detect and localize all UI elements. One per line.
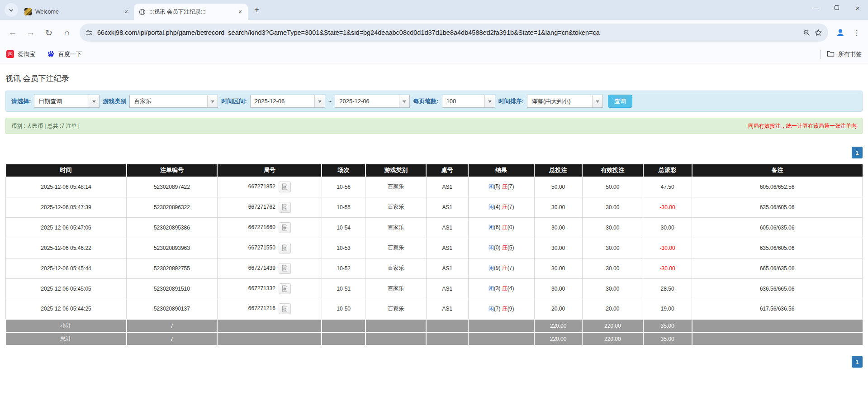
dropdown-arrow-icon[interactable]	[314, 95, 325, 107]
page-title: 视讯 会员下注纪录	[5, 63, 863, 91]
cell-payout: 28.50	[643, 278, 692, 299]
dropdown-arrow-icon[interactable]	[592, 95, 602, 107]
cell-bet-no: 523020895386	[127, 217, 218, 238]
maximize-button[interactable]	[826, 0, 847, 15]
cell-bet-no: 523020893963	[127, 238, 218, 258]
pagination-top: 1	[5, 147, 863, 158]
date-range-label: 时间区间:	[221, 97, 247, 105]
cell-total-bet[interactable]: 50.00	[534, 177, 582, 197]
url-text: 66cxkj98.com/ipl/portal.php/game/betreco…	[97, 29, 799, 36]
cell-round-no: 667271332	[217, 278, 322, 299]
player-score: (5)	[494, 183, 501, 190]
cell-table-no: AS1	[426, 258, 468, 278]
close-button[interactable]: ×	[847, 0, 868, 15]
game-type-select[interactable]: 百家乐	[129, 95, 218, 108]
grand-total-row: 总计 7 220.00 220.00 35.00	[6, 332, 863, 345]
table-row: 2025-12-06 05:45:44 523020892755 6672714…	[6, 258, 863, 278]
video-replay-button[interactable]	[279, 303, 291, 314]
query-type-select[interactable]: 日期查询	[34, 95, 100, 108]
reload-button[interactable]: ↻	[41, 24, 57, 41]
tab-betrecord[interactable]: :::视讯 会员下注纪录::: ×	[134, 4, 248, 20]
bookmark-taobao[interactable]: 淘 爱淘宝	[6, 50, 35, 58]
date-from-value: 2025-12-06	[251, 95, 314, 107]
url-bar[interactable]: 66cxkj98.com/ipl/portal.php/game/betreco…	[80, 24, 828, 42]
cell-time: 2025-12-06 05:45:05	[6, 278, 127, 299]
cell-total-bet[interactable]: 30.00	[534, 278, 582, 299]
window-controls: ×	[806, 0, 868, 15]
all-bookmarks-button[interactable]: 所有书签	[827, 50, 862, 58]
zoom-icon[interactable]	[803, 29, 810, 36]
footer-empty-cell	[322, 332, 365, 345]
video-replay-button[interactable]	[279, 182, 291, 192]
date-to-select[interactable]: 2025-12-06	[335, 95, 410, 108]
cell-remark: 665.06/635.06	[692, 258, 863, 278]
forward-button[interactable]: →	[23, 24, 39, 41]
per-page-select[interactable]: 100	[442, 95, 495, 108]
cell-total-bet[interactable]: 30.00	[534, 258, 582, 278]
footer-empty-cell	[217, 319, 322, 332]
bookmark-baidu[interactable]: 百度一下	[47, 50, 82, 59]
header-session: 场次	[322, 164, 365, 177]
cell-bet-no: 523020890137	[127, 299, 218, 319]
banker-score: (4)	[508, 285, 514, 292]
round-no: 667271332	[248, 285, 275, 292]
header-valid-bet: 有效投注	[582, 164, 643, 177]
video-replay-button[interactable]	[279, 263, 291, 274]
banker-result: 庄	[502, 285, 508, 292]
cell-payout: 47.50	[643, 177, 692, 197]
tab-welcome[interactable]: Welcome ×	[20, 4, 134, 20]
cell-round-no: 667271550	[217, 238, 322, 258]
cell-payout: -30.00	[643, 258, 692, 278]
back-button[interactable]: ←	[5, 24, 21, 41]
video-replay-button[interactable]	[279, 243, 291, 254]
cell-total-bet[interactable]: 30.00	[534, 217, 582, 238]
cell-remark: 636.56/665.06	[692, 278, 863, 299]
cell-table-no: AS1	[426, 217, 468, 238]
search-button[interactable]: 查询	[608, 95, 632, 108]
browser-menu-icon[interactable]: ⋮	[850, 25, 863, 40]
dropdown-arrow-icon[interactable]	[207, 95, 218, 107]
sort-order-select[interactable]: 降冪(由大到小)	[527, 95, 603, 108]
page-content: 视讯 会员下注纪录 请选择: 日期查询 游戏类别 百家乐 时间区间: 2025-…	[0, 63, 868, 368]
tab-title: Welcome	[35, 9, 119, 15]
page-1-button[interactable]: 1	[852, 147, 863, 158]
banker-result: 庄	[502, 265, 508, 271]
cell-table-no: AS1	[426, 299, 468, 319]
video-replay-button[interactable]	[279, 222, 291, 233]
cell-time: 2025-12-06 05:45:44	[6, 258, 127, 278]
dropdown-arrow-icon[interactable]	[484, 95, 495, 107]
header-time: 时间	[6, 164, 127, 177]
dropdown-arrow-icon[interactable]	[89, 95, 99, 107]
bookmark-star-icon[interactable]	[815, 29, 822, 36]
cell-total-bet[interactable]: 20.00	[534, 299, 582, 319]
browser-toolbar: ← → ↻ ⌂ 66cxkj98.com/ipl/portal.php/game…	[0, 20, 868, 45]
cell-total-bet[interactable]: 30.00	[534, 197, 582, 217]
site-settings-icon[interactable]	[86, 29, 93, 36]
tab-close-icon[interactable]: ×	[236, 8, 244, 16]
video-replay-button[interactable]	[279, 283, 291, 294]
video-replay-button[interactable]	[279, 202, 291, 213]
folder-icon	[827, 50, 835, 58]
per-page-value: 100	[442, 95, 484, 107]
taobao-icon: 淘	[6, 50, 14, 58]
cell-time: 2025-12-06 05:47:39	[6, 197, 127, 217]
cell-bet-no: 523020891510	[127, 278, 218, 299]
profile-avatar[interactable]	[833, 25, 848, 40]
player-result: 闲	[489, 265, 494, 271]
cell-valid-bet: 50.00	[582, 177, 643, 197]
cell-total-bet[interactable]: 30.00	[534, 238, 582, 258]
page-1-button[interactable]: 1	[852, 356, 863, 368]
cell-session: 10-51	[322, 278, 365, 299]
dropdown-arrow-icon[interactable]	[399, 95, 409, 107]
tab-close-icon[interactable]: ×	[122, 8, 130, 16]
home-button[interactable]: ⌂	[59, 24, 75, 41]
cell-bet-no: 523020896322	[127, 197, 218, 217]
banker-score: (7)	[508, 183, 514, 190]
cell-game-type: 百家乐	[365, 177, 426, 197]
cell-remark: 635.06/605.06	[692, 238, 863, 258]
new-tab-button[interactable]: +	[251, 4, 263, 16]
bookmarks-divider	[820, 50, 821, 59]
minimize-button[interactable]	[806, 0, 826, 15]
tab-search-button[interactable]	[5, 3, 18, 17]
date-from-select[interactable]: 2025-12-06	[250, 95, 325, 108]
